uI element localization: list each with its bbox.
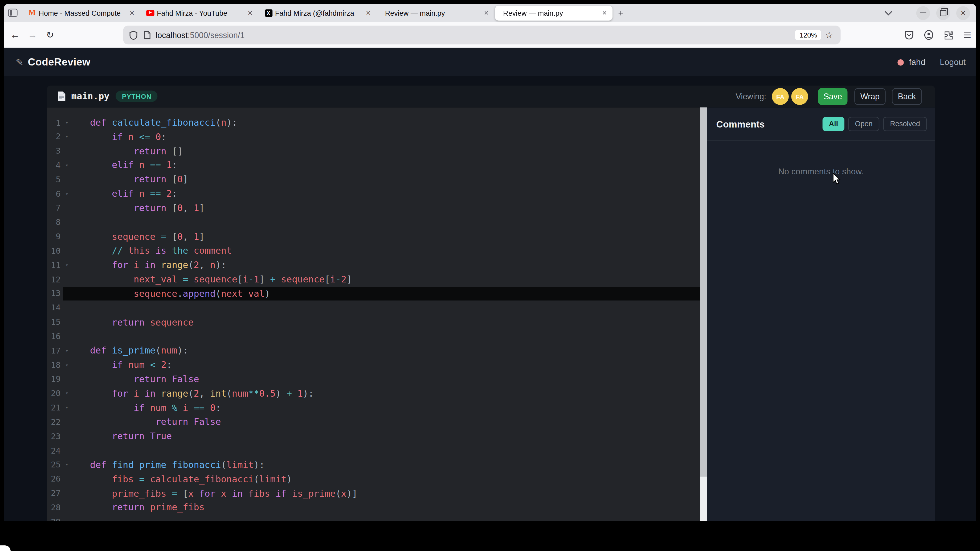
fold-chevron-icon[interactable]: ▾ [61,162,73,168]
close-window-button[interactable]: × [956,6,970,20]
new-tab-button[interactable]: + [613,8,628,18]
code-text: def is_prime(num): [73,346,188,356]
logout-link[interactable]: Logout [940,57,966,67]
zoom-level-indicator[interactable]: 120% [795,30,822,40]
screenshot-stage: M Home - Massed Compute × Fahd Mirza - Y… [0,0,980,551]
file-header-controls: Viewing: FA FA Save Wrap Back [736,86,922,108]
filter-all-button[interactable]: All [822,117,844,131]
close-tab-icon[interactable]: × [364,9,372,17]
code-line[interactable]: 4▾ elif n == 1: [47,158,700,173]
fold-chevron-icon[interactable]: ▾ [61,262,73,268]
line-number: 23 [47,432,61,441]
code-line[interactable]: 26 fibs = calculate_fibonacci(limit) [47,472,700,486]
code-line[interactable]: 18▾ if num < 2: [47,358,700,372]
forward-icon[interactable]: → [24,29,41,40]
code-line[interactable]: 19 return False [47,372,700,386]
code-line[interactable]: 20▾ for i in range(2, int(num**0.5) + 1)… [47,386,700,401]
code-line[interactable]: 3 return [] [47,144,700,158]
comments-title: Comments [716,119,765,129]
tab-review-active[interactable]: Review — main.py × [495,5,612,20]
minimize-button[interactable] [916,6,930,20]
code-line[interactable]: 2▾ if n <= 0: [47,130,700,144]
reload-icon[interactable]: ↻ [41,29,59,40]
fold-chevron-icon[interactable]: ▾ [61,362,73,368]
close-tab-icon[interactable]: × [128,9,136,17]
code-line[interactable]: 16 [47,329,700,344]
fold-chevron-icon[interactable]: ▾ [61,191,73,197]
line-number: 14 [47,303,61,313]
code-text: if num % i == 0: [73,403,221,413]
close-tab-icon[interactable]: × [246,9,254,17]
close-tab-icon[interactable]: × [600,9,609,17]
shield-icon[interactable] [129,30,138,40]
save-button[interactable]: Save [818,88,847,105]
document-icon [57,91,66,102]
toolbar-right-icons: ☰ [905,22,971,48]
code-line[interactable]: 29 [47,514,700,521]
fold-chevron-icon[interactable]: ▾ [61,348,73,354]
account-icon[interactable] [924,30,934,40]
user-status-dot [898,59,904,65]
code-line[interactable]: 13 sequence.append(next_val) [47,286,700,301]
code-text: def calculate_fibonacci(n): [73,118,237,127]
page-info-icon[interactable] [144,30,151,40]
code-line[interactable]: 15 return sequence [47,315,700,329]
code-line[interactable]: 10 // this is the comment [47,243,700,258]
line-number: 13 [47,289,61,298]
filter-open-button[interactable]: Open [848,117,880,131]
fold-chevron-icon[interactable]: ▾ [61,462,73,467]
fold-chevron-icon[interactable]: ▾ [61,391,73,396]
fold-chevron-icon[interactable]: ▾ [61,405,73,410]
code-line[interactable]: 9 sequence = [0, 1] [47,229,700,244]
code-line[interactable]: 7 return [0, 1] [47,201,700,215]
code-line[interactable]: 8 [47,215,700,229]
back-button[interactable]: Back [892,88,922,105]
code-line[interactable]: 23 return True [47,429,700,443]
tab-home-massed-compute[interactable]: M Home - Massed Compute × [22,5,140,20]
close-tab-icon[interactable]: × [482,9,490,17]
code-line[interactable]: 14 [47,301,700,315]
fold-chevron-icon[interactable]: ▾ [61,134,73,140]
bookmark-star-icon[interactable]: ☆ [822,30,837,40]
file-name: main.py [72,91,110,102]
pocket-icon[interactable] [905,30,914,40]
code-line[interactable]: 27 prime_fibs = [x for x in fibs if is_p… [47,486,700,500]
viewer-avatar: FA [772,88,789,105]
tab-list-chevron-icon[interactable] [885,10,892,16]
tab-youtube[interactable]: Fahd Mirza - YouTube × [141,5,258,20]
code-line[interactable]: 5 return [0] [47,173,700,187]
code-line[interactable]: 21▾ if num % i == 0: [47,401,700,415]
line-number: 25 [47,460,61,469]
filter-resolved-button[interactable]: Resolved [883,117,927,131]
code-line[interactable]: 1▾def calculate_fibonacci(n): [47,115,700,130]
extensions-puzzle-icon[interactable] [944,30,953,40]
menu-hamburger-icon[interactable]: ☰ [964,30,971,40]
wrap-button[interactable]: Wrap [854,88,886,105]
line-number: 17 [47,346,61,355]
firefox-view-icon[interactable] [8,9,18,17]
line-number: 8 [47,218,61,227]
browser-window: M Home - Massed Compute × Fahd Mirza - Y… [4,4,976,521]
address-bar[interactable]: localhost:5000/session/1 120% ☆ [123,25,840,44]
code-line[interactable]: 11▾ for i in range(2, n): [47,258,700,272]
code-line[interactable]: 22 return False [47,415,700,429]
code-line[interactable]: 6▾ elif n == 2: [47,187,700,201]
code-line[interactable]: 17▾def is_prime(num): [47,343,700,358]
line-number: 22 [47,417,61,426]
fold-chevron-icon[interactable]: ▾ [61,119,73,125]
code-scrollbar[interactable] [700,108,707,521]
tab-title: Fahd Mirza (@fahdmirza [275,9,362,16]
code-text: return [] [73,146,183,156]
tab-title: Home - Massed Compute [39,9,126,16]
restore-button[interactable] [936,6,950,20]
tab-x-profile[interactable]: X Fahd Mirza (@fahdmirza × [259,5,376,20]
code-text: return prime_fibs [73,503,205,513]
code-editor[interactable]: 1▾def calculate_fibonacci(n):2▾ if n <= … [47,108,700,521]
code-line[interactable]: 12 next_val = sequence[i-1] + sequence[i… [47,272,700,287]
back-icon[interactable]: ← [6,29,24,40]
code-line[interactable]: 28 return prime_fibs [47,500,700,515]
scrollbar-thumb[interactable] [700,108,707,477]
code-line[interactable]: 24 [47,443,700,457]
tab-review-inactive[interactable]: Review — main.py × [377,5,494,20]
code-line[interactable]: 25▾def find_prime_fibonacci(limit): [47,457,700,472]
